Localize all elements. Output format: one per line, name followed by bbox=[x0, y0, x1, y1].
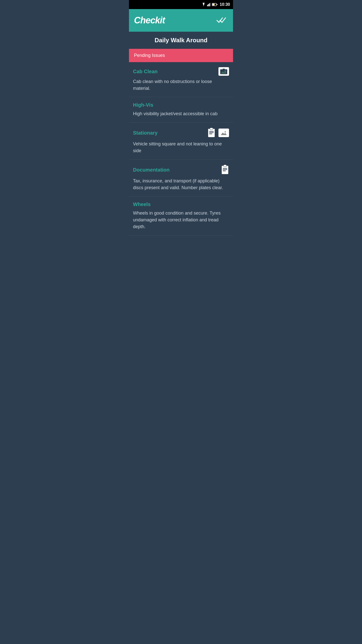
svg-rect-25 bbox=[223, 171, 226, 171]
pending-issues-banner[interactable]: Pending Issues bbox=[129, 49, 233, 62]
app-header: Checkit bbox=[129, 9, 233, 32]
check-items-list: Cab Clean Cab clean with no obstructions… bbox=[129, 62, 233, 235]
image-icon[interactable] bbox=[218, 67, 229, 76]
check-item-header: Cab Clean bbox=[133, 67, 229, 76]
check-item-header: Documentation bbox=[133, 165, 229, 175]
item-description: Cab clean with no obstructions or loose … bbox=[133, 78, 229, 92]
svg-rect-17 bbox=[209, 134, 212, 134]
svg-rect-7 bbox=[217, 4, 217, 5]
check-item-header: High-Vis bbox=[133, 102, 229, 108]
item-description: Wheels in good condition and secure. Tyr… bbox=[133, 210, 229, 230]
wifi-icon bbox=[201, 3, 206, 6]
item-icons bbox=[221, 165, 229, 175]
status-bar: ⚡ 10:30 bbox=[129, 0, 233, 9]
check-item-cab-clean[interactable]: Cab Clean Cab clean with no obstructions… bbox=[129, 62, 233, 97]
item-icons bbox=[207, 128, 229, 138]
item-description: High visibility jacket/vest accessible i… bbox=[133, 110, 229, 117]
check-item-wheels[interactable]: Wheels Wheels in good condition and secu… bbox=[129, 196, 233, 235]
clipboard-icon bbox=[207, 128, 215, 137]
category-label: Wheels bbox=[133, 202, 151, 207]
double-check-icon[interactable] bbox=[216, 17, 228, 24]
svg-point-19 bbox=[224, 131, 226, 133]
battery-icon: ⚡ bbox=[212, 3, 217, 6]
image-icon[interactable] bbox=[218, 129, 229, 137]
page-title: Daily Walk Around bbox=[133, 37, 229, 44]
category-label: Stationary bbox=[133, 130, 158, 136]
category-label: Documentation bbox=[133, 167, 170, 173]
svg-rect-0 bbox=[207, 5, 208, 6]
check-item-documentation[interactable]: Documentation Tax, insurance, and transp… bbox=[129, 159, 233, 196]
svg-rect-14 bbox=[210, 128, 213, 130]
item-description: Tax, insurance, and transport (if applic… bbox=[133, 178, 229, 191]
clipboard-icon-wrap[interactable] bbox=[221, 165, 229, 175]
svg-rect-16 bbox=[209, 132, 214, 133]
clipboard-icon-wrap[interactable] bbox=[207, 128, 215, 138]
item-icons bbox=[218, 67, 229, 76]
svg-rect-24 bbox=[223, 169, 227, 170]
svg-rect-23 bbox=[223, 168, 227, 169]
signal-icon bbox=[207, 3, 211, 6]
status-time: 10:30 bbox=[220, 2, 230, 7]
status-icons: ⚡ 10:30 bbox=[201, 2, 230, 7]
logo-second: it bbox=[160, 15, 165, 25]
check-item-stationary[interactable]: Stationary bbox=[129, 123, 233, 159]
clipboard-icon bbox=[221, 165, 229, 174]
category-label: High-Vis bbox=[133, 102, 153, 108]
svg-rect-3 bbox=[210, 3, 211, 6]
svg-rect-2 bbox=[209, 3, 210, 6]
svg-rect-15 bbox=[209, 131, 214, 132]
check-item-header: Stationary bbox=[133, 128, 229, 138]
svg-rect-22 bbox=[223, 165, 227, 167]
app-logo: Checkit bbox=[134, 15, 165, 26]
page-title-bar: Daily Walk Around bbox=[129, 32, 233, 49]
pending-issues-label: Pending Issues bbox=[134, 53, 165, 58]
item-description: Vehicle sitting square and not leaning t… bbox=[133, 141, 229, 154]
svg-text:⚡: ⚡ bbox=[213, 4, 215, 6]
category-label: Cab Clean bbox=[133, 69, 158, 74]
svg-rect-1 bbox=[208, 4, 209, 6]
svg-rect-12 bbox=[223, 69, 225, 70]
check-item-header: Wheels bbox=[133, 202, 229, 207]
logo-first: Check bbox=[134, 15, 160, 25]
check-item-high-vis[interactable]: High-Vis High visibility jacket/vest acc… bbox=[129, 97, 233, 123]
